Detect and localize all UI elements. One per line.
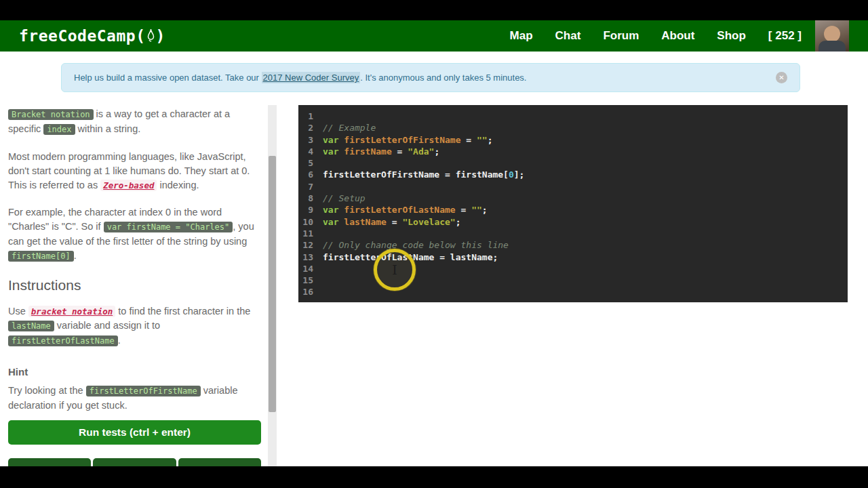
line-number: 14 (298, 263, 323, 274)
inline-code: Bracket notation (8, 109, 94, 120)
webcam-avatar[interactable] (815, 20, 849, 52)
line-number: 8 (298, 192, 323, 204)
banner-close-button[interactable]: ✕ (776, 72, 787, 83)
nav-link-about[interactable]: About (661, 29, 694, 43)
line-number: 7 (298, 181, 323, 192)
reset-button[interactable]: Reset (8, 458, 91, 466)
inline-code: var firstName = "Charles" (104, 222, 233, 232)
survey-link[interactable]: 2017 New Coder Survey (262, 72, 361, 83)
inline-code: bracket notation (28, 306, 115, 317)
line-number: 15 (298, 274, 323, 286)
video-frame: freeCodeCamp( ) MapChatForumAboutShop[ 2… (0, 0, 868, 488)
survey-banner: Help us build a massive open dataset. Ta… (61, 63, 800, 92)
lesson-description: Bracket notation is a way to get a chara… (8, 107, 261, 264)
code-line-10[interactable]: 10var lastName = "Lovelace"; (298, 216, 848, 228)
code-line-9[interactable]: 9var firstLetterOfLastName = ""; (298, 204, 848, 216)
lesson-text: variable and assign it to (54, 320, 160, 331)
code-text: var lastName = "Lovelace"; (323, 216, 461, 228)
code-line-4[interactable]: 4var firstName = "Ada"; (298, 146, 848, 157)
nav-link-forum[interactable]: Forum (603, 29, 639, 43)
code-editor[interactable]: 12// Example3var firstLetterOfFirstName … (298, 105, 848, 302)
inline-code: index (43, 124, 75, 135)
avatar-image-body (818, 41, 846, 52)
nav-link-252[interactable]: [ 252 ] (768, 29, 802, 43)
code-line-8[interactable]: 8// Setup (298, 192, 848, 204)
description-paragraph: Most modern programming languages, like … (8, 150, 261, 192)
line-number: 5 (298, 157, 323, 169)
code-line-6[interactable]: 6firstLetterOfFirstName = firstName[0]; (298, 169, 848, 180)
line-number: 3 (298, 134, 323, 146)
code-line-7[interactable]: 7 (298, 181, 848, 192)
lesson-text: . (74, 250, 77, 261)
code-line-1[interactable]: 1 (298, 110, 848, 122)
line-number: 10 (298, 216, 323, 228)
nav-link-shop[interactable]: Shop (717, 29, 746, 43)
lesson-text: indexing. (157, 180, 199, 190)
line-number: 16 (298, 286, 323, 298)
letterbox-bottom (0, 466, 868, 488)
code-text: // Only change code below this line (323, 239, 509, 251)
code-text: // Setup (323, 192, 366, 204)
line-number: 13 (298, 251, 323, 263)
bug-button[interactable]: Bug (178, 458, 261, 466)
code-line-11[interactable]: 11 (298, 228, 848, 239)
lesson-hint: Try looking at the firstLetterOfFirstNam… (8, 384, 261, 413)
inline-code: firstLetterOfFirstName (86, 386, 201, 396)
run-tests-button[interactable]: Run tests (ctrl + enter) (8, 420, 261, 445)
code-text: var firstLetterOfFirstName = ""; (323, 134, 492, 146)
logo-text-post: ) (156, 27, 165, 45)
code-text: firstLetterOfLastName = lastName; (323, 251, 498, 263)
freecodecamp-logo[interactable]: freeCodeCamp( ) (19, 27, 165, 45)
banner-text-after: . It's anonymous and only takes 5 minute… (360, 73, 526, 83)
description-paragraph: Bracket notation is a way to get a chara… (8, 107, 261, 137)
code-line-15[interactable]: 15 (298, 274, 848, 286)
lesson-instructions: Use bracket notation to find the first c… (8, 304, 261, 348)
inline-code: firstName[0] (8, 251, 74, 262)
nav-link-chat[interactable]: Chat (555, 29, 581, 43)
letterbox-top (0, 0, 868, 20)
lesson-text: within a string. (75, 123, 141, 134)
page-content: Help us build a massive open dataset. Ta… (0, 52, 868, 466)
line-number: 11 (298, 228, 323, 239)
code-text: // Example (323, 122, 376, 134)
line-number: 1 (298, 110, 323, 122)
line-number: 6 (298, 169, 323, 180)
code-text: firstLetterOfFirstName = firstName[0]; (323, 169, 524, 180)
code-line-3[interactable]: 3var firstLetterOfFirstName = ""; (298, 134, 848, 146)
line-number: 2 (298, 122, 323, 134)
inline-code: firstLetterOfLastName (8, 336, 118, 346)
lesson-text: Use (8, 306, 28, 317)
line-number: 9 (298, 204, 323, 216)
line-number: 4 (298, 146, 323, 157)
code-line-5[interactable]: 5 (298, 157, 848, 169)
code-text: var firstLetterOfLastName = ""; (323, 204, 488, 216)
instructions-paragraph: Use bracket notation to find the first c… (8, 304, 261, 348)
lesson-text: Try looking at the (8, 385, 86, 396)
nav-links: MapChatForumAboutShop[ 252 ] (510, 29, 815, 43)
code-line-16[interactable]: 16 (298, 286, 848, 298)
code-line-13[interactable]: 13firstLetterOfLastName = lastName; (298, 251, 848, 263)
lesson-footer-buttons: ResetHelpBug (8, 458, 261, 466)
code-text: var firstName = "Ada"; (323, 146, 439, 157)
description-paragraph: For example, the character at index 0 in… (8, 205, 261, 264)
code-line-2[interactable]: 2// Example (298, 122, 848, 134)
code-line-14[interactable]: 14 (298, 263, 848, 274)
lesson-text: to find the first character in the (115, 306, 250, 317)
scrollbar-thumb[interactable] (269, 156, 276, 412)
hint-heading: Hint (8, 365, 261, 379)
line-number: 12 (298, 239, 323, 251)
lesson-text: . (118, 335, 121, 346)
inline-code: Zero-based (100, 180, 157, 191)
code-line-12[interactable]: 12// Only change code below this line (298, 239, 848, 251)
lesson-panel: Bracket notation is a way to get a chara… (8, 107, 261, 466)
lesson-scrollbar[interactable] (268, 105, 277, 466)
navbar: freeCodeCamp( ) MapChatForumAboutShop[ 2… (0, 20, 868, 52)
inline-code: lastName (8, 321, 54, 331)
nav-link-map[interactable]: Map (510, 29, 533, 43)
banner-text-before: Help us build a massive open dataset. Ta… (74, 73, 259, 83)
editor-lines: 12// Example3var firstLetterOfFirstName … (298, 110, 848, 298)
flame-icon (146, 27, 156, 45)
help-button[interactable]: Help (93, 458, 176, 466)
hint-paragraph: Try looking at the firstLetterOfFirstNam… (8, 384, 261, 413)
logo-text-pre: freeCodeCamp( (19, 27, 146, 45)
